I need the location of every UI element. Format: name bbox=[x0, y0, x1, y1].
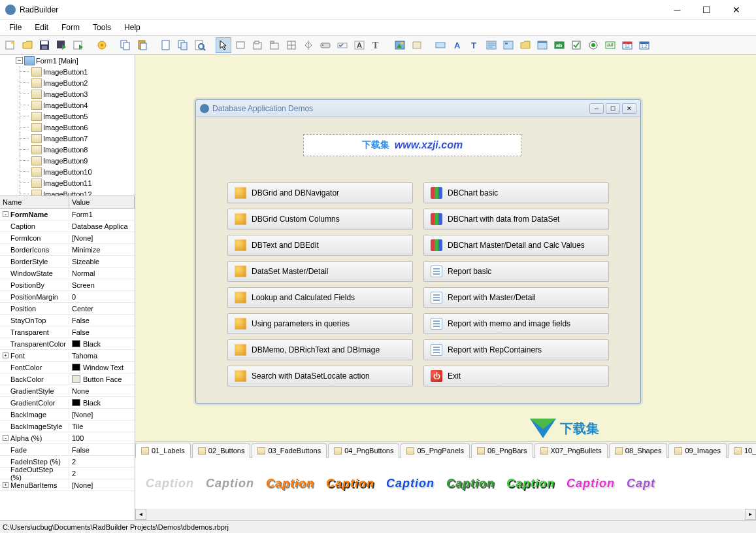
prop-row[interactable]: BackImage[None] bbox=[0, 409, 135, 421]
demo-button[interactable]: DBChart Master/Detail and Calc Values bbox=[423, 235, 609, 256]
new-project-button[interactable] bbox=[3, 37, 18, 53]
find-button[interactable] bbox=[192, 37, 208, 53]
dup-form-button[interactable] bbox=[175, 37, 191, 53]
caption-sample[interactable]: Caption bbox=[446, 477, 495, 490]
win-close-button[interactable]: ✕ bbox=[622, 103, 636, 114]
caption-sample[interactable]: Capt bbox=[627, 477, 655, 490]
demo-button[interactable]: DBChart with data from DataSet bbox=[423, 209, 609, 230]
preview-scroll-track[interactable] bbox=[146, 509, 745, 520]
demo-button[interactable]: Report with memo and image fields bbox=[423, 313, 609, 334]
copy-button[interactable] bbox=[118, 37, 133, 53]
check-tool[interactable] bbox=[335, 37, 350, 53]
prop-row[interactable]: +MenuBarItems[None] bbox=[0, 479, 135, 491]
tab-item[interactable]: 06_PngBars bbox=[471, 443, 533, 458]
caption-sample[interactable]: Caption bbox=[146, 477, 194, 490]
prop-row[interactable]: GradientColorBlack bbox=[0, 397, 135, 409]
tab-item[interactable]: 02_Buttons bbox=[192, 443, 251, 458]
settings-button[interactable] bbox=[94, 37, 110, 53]
prop-header-name[interactable]: Name bbox=[0, 196, 69, 208]
preview-scroll-right[interactable]: ► bbox=[745, 509, 756, 520]
prop-header-value[interactable]: Value bbox=[69, 196, 135, 208]
tree-root[interactable]: − Form1 [Main] bbox=[0, 55, 135, 66]
prop-row[interactable]: -Alpha (%)100 bbox=[0, 432, 135, 444]
date-tool[interactable]: 12 bbox=[619, 37, 635, 53]
maximize-button[interactable]: ☐ bbox=[692, 1, 721, 19]
text-tool[interactable]: T bbox=[369, 37, 384, 53]
prop-row[interactable]: TransparentFalse bbox=[0, 326, 135, 338]
folder-tool[interactable] bbox=[518, 37, 533, 53]
tab-item[interactable]: 05_PngPanels bbox=[401, 443, 470, 458]
button-tool[interactable] bbox=[318, 37, 333, 53]
richtext-tool[interactable] bbox=[501, 37, 516, 53]
tree-item[interactable]: ImageButton8 bbox=[0, 144, 135, 155]
tree-item[interactable]: ImageButton1 bbox=[0, 66, 135, 77]
demo-button[interactable]: DBText and DBEdit bbox=[227, 235, 413, 256]
prop-row[interactable]: BackColorButton Face bbox=[0, 373, 135, 385]
tab-item[interactable]: 01_Labels bbox=[135, 443, 191, 458]
prop-row[interactable]: BorderIconsMinimize bbox=[0, 244, 135, 256]
prop-row[interactable]: +FontTahoma bbox=[0, 350, 135, 362]
watermark-label[interactable]: 下载集 www.xzji.com bbox=[303, 134, 521, 156]
close-button[interactable]: ✕ bbox=[721, 1, 751, 19]
caption-sample[interactable]: Caption bbox=[506, 477, 555, 490]
tab-item[interactable]: 08_Shapes bbox=[609, 443, 668, 458]
win-min-button[interactable]: ─ bbox=[589, 103, 604, 114]
image-tool[interactable] bbox=[392, 37, 408, 53]
tree-item[interactable]: ImageButton11 bbox=[0, 177, 135, 188]
prop-row[interactable]: TransparentColorBlack bbox=[0, 338, 135, 350]
demo-button[interactable]: DBGrid Custom Columns bbox=[227, 209, 413, 230]
demo-button[interactable]: DBGrid and DBNavigator bbox=[227, 182, 413, 203]
demo-button[interactable]: Lookup and Calculated Fields bbox=[227, 287, 413, 308]
tab-item[interactable]: 04_PngButtons bbox=[328, 443, 399, 458]
demo-button[interactable]: Search with DataSetLocate action bbox=[227, 366, 413, 387]
prop-row[interactable]: WindowStateNormal bbox=[0, 267, 135, 279]
splitter-tool[interactable] bbox=[301, 37, 316, 53]
tree-item[interactable]: ImageButton6 bbox=[0, 122, 135, 133]
paste-button[interactable] bbox=[135, 37, 150, 53]
grid-tool[interactable] bbox=[284, 37, 299, 53]
pointer-tool[interactable] bbox=[216, 37, 231, 53]
prop-row[interactable]: PositionMargin0 bbox=[0, 291, 135, 303]
tabcontrol-tool[interactable] bbox=[267, 37, 282, 53]
prop-row[interactable]: PositionCenter bbox=[0, 303, 135, 315]
tree-item[interactable]: ImageButton3 bbox=[0, 88, 135, 99]
design-window[interactable]: Database Application Demos ─ ☐ ✕ 下载集 www… bbox=[195, 99, 641, 404]
demo-button[interactable]: Report with RepContainers bbox=[423, 339, 609, 360]
tree-item[interactable]: ImageButton9 bbox=[0, 155, 135, 166]
prop-row[interactable]: BackImageStyleTile bbox=[0, 421, 135, 432]
edit-tool[interactable] bbox=[433, 37, 448, 53]
menu-help[interactable]: Help bbox=[118, 21, 147, 34]
new-form-button[interactable] bbox=[158, 37, 174, 53]
save-button[interactable] bbox=[37, 37, 52, 53]
tab-item[interactable]: 09_Images bbox=[668, 443, 726, 458]
caption-sample[interactable]: Caption bbox=[386, 477, 435, 490]
prop-row[interactable]: FormIcon[None] bbox=[0, 232, 135, 244]
text-a-tool[interactable]: A bbox=[450, 37, 465, 53]
prop-expand-icon[interactable]: + bbox=[3, 352, 8, 358]
prop-row[interactable]: GradientStyleNone bbox=[0, 385, 135, 397]
menu-form[interactable]: Form bbox=[55, 21, 86, 34]
prop-expand-icon[interactable]: - bbox=[3, 211, 8, 217]
text-t-tool[interactable]: T bbox=[467, 37, 482, 53]
listview-tool[interactable] bbox=[534, 37, 550, 53]
tab-item[interactable]: X07_PngBullets bbox=[534, 443, 608, 458]
menu-file[interactable]: File bbox=[3, 21, 28, 34]
demo-button[interactable]: DBChart basic bbox=[423, 182, 609, 203]
win-max-button[interactable]: ☐ bbox=[606, 103, 620, 114]
menu-edit[interactable]: Edit bbox=[28, 21, 55, 34]
shape-tool[interactable] bbox=[409, 37, 425, 53]
tree-item[interactable]: ImageButton4 bbox=[0, 99, 135, 111]
open-button[interactable] bbox=[20, 37, 35, 53]
preview-scroll-left[interactable]: ◄ bbox=[135, 509, 146, 520]
demo-button[interactable]: Using parameters in queries bbox=[227, 313, 413, 334]
prop-expand-icon[interactable]: - bbox=[3, 435, 8, 441]
prop-expand-icon[interactable]: + bbox=[3, 482, 8, 488]
prop-row[interactable]: PositionByScreen bbox=[0, 279, 135, 291]
ab-tool[interactable]: ab bbox=[551, 37, 567, 53]
tree-item[interactable]: ImageButton12 bbox=[0, 188, 135, 196]
prop-row[interactable]: CaptionDatabase Applica bbox=[0, 220, 135, 232]
panel-tool[interactable] bbox=[233, 37, 248, 53]
memo-tool[interactable] bbox=[484, 37, 499, 53]
prop-row[interactable]: -FormNameForm1 bbox=[0, 209, 135, 220]
tab-item[interactable]: 10_I bbox=[728, 443, 756, 458]
